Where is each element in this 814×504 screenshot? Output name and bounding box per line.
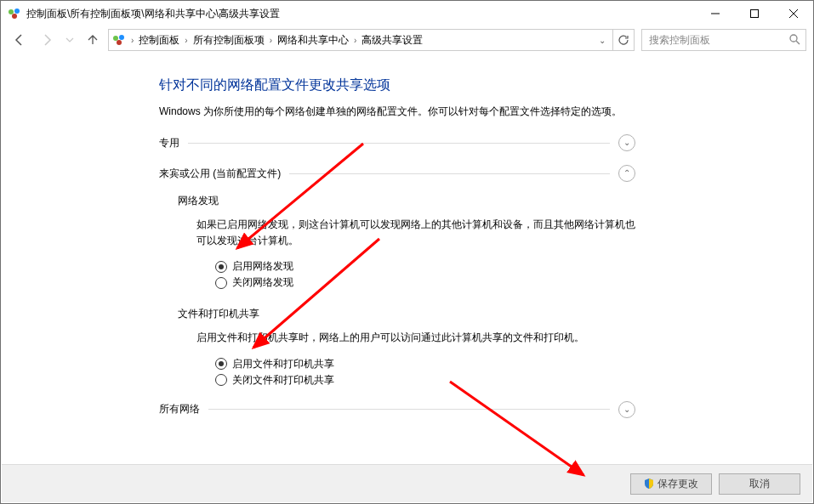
addressbar[interactable]: › 控制面板 › 所有控制面板项 › 网络和共享中心 › 高级共享设置 ⌄ [108,29,613,51]
radio-discovery-off[interactable]: 关闭网络发现 [215,275,635,290]
chevron-up-icon: ⌃ [618,165,635,182]
svg-point-7 [113,36,118,41]
chevron-right-icon: › [354,36,356,45]
chevron-down-icon: ⌄ [618,134,635,151]
refresh-button[interactable] [613,29,635,51]
window: 控制面板\所有控制面板项\网络和共享中心\高级共享设置 › 控制面板 › 所有控… [0,0,814,504]
recent-dropdown[interactable] [62,28,77,52]
search-icon [788,33,800,48]
up-button[interactable] [81,28,105,52]
navbar: › 控制面板 › 所有控制面板项 › 网络和共享中心 › 高级共享设置 ⌄ [1,26,813,57]
svg-line-11 [796,41,800,44]
radio-discovery-on[interactable]: 启用网络发现 [215,259,635,274]
radio-fileshare-on[interactable]: 启用文件和打印机共享 [215,357,635,371]
chevron-right-icon: › [131,36,134,45]
section-guest-label: 来宾或公用 (当前配置文件) [159,167,281,181]
svg-point-1 [14,8,20,14]
svg-rect-4 [751,10,759,18]
section-private-label: 专用 [159,136,179,150]
breadcrumb[interactable]: 所有控制面板项 [190,33,268,48]
titlebar: 控制面板\所有控制面板项\网络和共享中心\高级共享设置 [1,1,813,26]
cancel-button[interactable]: 取消 [719,473,800,495]
file-sharing-desc: 启用文件和打印机共享时，网络上的用户可以访问通过此计算机共享的文件和打印机。 [196,330,635,346]
minimize-button[interactable] [696,1,735,26]
network-discovery-desc: 如果已启用网络发现，则这台计算机可以发现网络上的其他计算机和设备，而且其他网络计… [196,217,635,249]
search-input[interactable] [641,29,806,51]
maximize-button[interactable] [735,1,774,26]
svg-point-0 [9,9,14,14]
content-area: 针对不同的网络配置文件更改共享选项 Windows 为你所使用的每个网络创建单独… [2,58,812,464]
chevron-right-icon: › [270,36,272,45]
addressbar-dropdown[interactable]: ⌄ [595,36,609,45]
window-title: 控制面板\所有控制面板项\网络和共享中心\高级共享设置 [26,7,696,21]
control-panel-icon [112,33,126,47]
footer: 保存更改 取消 [2,464,812,502]
chevron-down-icon: ⌄ [618,401,635,418]
save-button[interactable]: 保存更改 [630,473,712,495]
section-guest-header[interactable]: 来宾或公用 (当前配置文件) ⌃ [159,165,635,182]
control-panel-icon [8,7,21,20]
radio-icon [215,261,227,273]
network-discovery-title: 网络发现 [178,194,635,208]
breadcrumb[interactable]: 高级共享设置 [358,33,426,48]
search-field[interactable] [647,33,788,47]
page-description: Windows 为你所使用的每个网络创建单独的网络配置文件。你可以针对每个配置文… [159,105,635,119]
radio-icon [215,374,227,386]
shield-icon [644,479,654,489]
file-sharing-title: 文件和打印机共享 [178,307,635,321]
radio-icon [215,277,227,289]
page-title: 针对不同的网络配置文件更改共享选项 [159,76,635,94]
section-allnetworks-header[interactable]: 所有网络 ⌄ [159,401,635,418]
breadcrumb[interactable]: 控制面板 [135,33,183,48]
forward-button[interactable] [35,28,59,52]
section-private-header[interactable]: 专用 ⌄ [159,134,635,151]
section-allnetworks-label: 所有网络 [159,402,200,416]
svg-point-9 [117,40,122,45]
radio-fileshare-off[interactable]: 关闭文件和打印机共享 [215,373,635,388]
close-button[interactable] [774,1,813,26]
svg-point-2 [12,14,17,19]
radio-icon [215,358,227,370]
svg-point-8 [119,35,124,40]
svg-point-10 [790,35,797,42]
window-controls [696,1,813,26]
breadcrumb[interactable]: 网络和共享中心 [274,33,352,48]
back-button[interactable] [8,28,31,52]
chevron-right-icon: › [185,36,187,45]
